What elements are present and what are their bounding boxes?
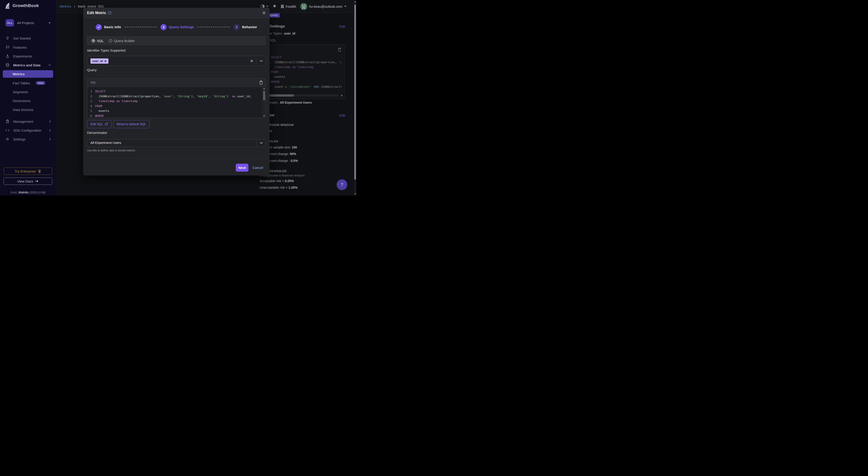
query-settings-edit-link[interactable]: Edit <box>339 25 345 28</box>
scrollbar-thumb[interactable] <box>263 91 265 100</box>
sidebar-item-dimensions[interactable]: Dimensions <box>0 97 56 105</box>
thresholds-heading-fragment: OLDS <box>270 140 278 143</box>
build-date: (2023-12-08) <box>30 191 45 194</box>
close-icon[interactable] <box>262 11 266 15</box>
step-2-label[interactable]: Query Settings <box>169 25 194 29</box>
scroll-down-arrow-icon[interactable] <box>354 193 356 195</box>
unacceptable-risk-row: Unacceptable risk > 1.25% <box>259 186 298 189</box>
edit-sql-button[interactable]: Edit SQL <box>87 120 112 128</box>
sidebar-item-label: Settings <box>13 137 26 141</box>
build-info: Build: 30b849c (2023-12-08) <box>0 191 56 194</box>
scroll-up-arrow-icon[interactable] <box>354 1 356 2</box>
editor-scrollbar[interactable] <box>262 87 266 118</box>
denominator-value: All Experiment Users <box>280 101 312 105</box>
account-menu[interactable]: hu-beau@outlook.com <box>300 3 346 10</box>
app-root: GrowthBook ALL All Projects Get Started … <box>0 0 356 196</box>
sidebar-item-management[interactable]: Management <box>0 117 56 125</box>
step-1-circle[interactable] <box>96 24 102 30</box>
breadcrumb-metrics-link[interactable]: Metrics <box>60 4 71 8</box>
sidebar-item-get-started[interactable]: Get Started <box>0 34 56 42</box>
scrollbar-thumb[interactable] <box>354 4 356 180</box>
row-label: m sample size: <box>270 146 291 149</box>
clear-icon[interactable] <box>250 60 253 62</box>
modal-title-row: Edit Metric <box>87 11 112 15</box>
growthbook-logo[interactable]: GrowthBook <box>4 2 39 9</box>
stepper-dash <box>125 27 157 27</box>
database-icon <box>5 63 9 67</box>
sidebar-item-fact-tables[interactable]: Fact Tables beta <box>0 79 56 87</box>
view-docs-button[interactable]: View Docs <box>4 178 52 185</box>
sidebar-item-experiments[interactable]: Experiments <box>0 52 56 60</box>
query-type-radio-group: SQL Query Builder <box>87 36 266 45</box>
sidebar-item-sdk-configuration[interactable]: SDK Configuration <box>0 126 56 135</box>
copy-icon[interactable] <box>259 81 263 85</box>
sidebar-item-features[interactable]: Features <box>0 43 56 51</box>
step-1-label[interactable]: Basic Info <box>104 25 121 29</box>
step-3-circle[interactable]: 3 <box>234 24 240 30</box>
query-sql-label-fragment: SQL: <box>270 38 277 42</box>
step-3-label[interactable]: Behavior <box>242 25 257 29</box>
top-nav-right: FeatBit hu-beau@outlook.com <box>260 0 346 13</box>
background-sql-code: SELECT JSONExtract(JSONExtract(propertie… <box>260 55 341 89</box>
row-value: 1.25% <box>288 186 298 189</box>
remove-tag-icon[interactable] <box>104 60 106 62</box>
radio-query-builder[interactable]: Query Builder <box>109 39 135 43</box>
account-email: hu-beau@outlook.com <box>309 5 342 8</box>
info-icon[interactable] <box>108 11 112 14</box>
scroll-right-arrow-icon[interactable] <box>341 94 343 97</box>
org-name: FeatBit <box>286 5 296 8</box>
chevron-right-icon <box>49 120 51 123</box>
notifications-bell[interactable] <box>273 4 277 9</box>
chevron-down-icon[interactable] <box>260 60 263 62</box>
query-settings-heading-fragment: Settings <box>270 24 285 29</box>
sidebar-item-metrics-and-data[interactable]: Metrics and Data <box>0 61 56 69</box>
code-icon <box>5 128 9 132</box>
sql-editor-title: SQL <box>90 81 96 84</box>
project-switcher[interactable]: ALL All Projects <box>5 19 51 27</box>
cancel-button[interactable]: Cancel <box>252 166 263 170</box>
sidebar-item-label: Management <box>13 120 33 123</box>
flask-icon <box>5 54 9 58</box>
denominator-row-fragment: inator:All Experiment Users <box>270 101 312 105</box>
scroll-down-arrow-icon[interactable] <box>263 115 265 117</box>
org-switcher[interactable]: FeatBit <box>281 4 296 8</box>
sidebar-item-metrics-active[interactable]: Metrics <box>3 70 53 78</box>
medal-icon <box>38 169 41 173</box>
avatar <box>300 3 307 10</box>
next-button[interactable]: Next <box>236 164 248 172</box>
sidebar-item-data-sources[interactable]: Data Sources <box>0 106 56 114</box>
page-scrollbar[interactable] <box>354 0 356 196</box>
reset-sql-label: Reset to default SQL <box>117 122 146 126</box>
sql-actions-row: Edit SQL Reset to default SQL <box>87 120 150 128</box>
select-divider <box>256 58 256 64</box>
copy-icon[interactable] <box>338 48 341 52</box>
sql-code-area[interactable]: 1SELECT2 JSONExtract(JSONExtract(propert… <box>87 87 262 118</box>
sidebar-item-settings[interactable]: Settings <box>0 135 56 143</box>
stepper-dash <box>197 27 230 27</box>
lightbulb-icon <box>5 36 9 40</box>
sidebar-item-label: Segments <box>13 90 28 94</box>
sql-editor: SQL 1SELECT2 JSONExtract(JSONExtract(pro… <box>87 79 266 118</box>
chevron-down-icon[interactable] <box>260 142 263 144</box>
scroll-up-arrow-icon[interactable] <box>263 88 265 89</box>
reset-sql-button[interactable]: Reset to default SQL <box>113 120 150 128</box>
try-enterprise-button[interactable]: Try Enterprise <box>4 168 52 175</box>
building-icon <box>281 4 284 8</box>
sidebar-item-segments[interactable]: Segments <box>0 88 56 96</box>
horizontal-scrollbar[interactable] <box>261 94 339 97</box>
step-2-circle[interactable]: 2 <box>160 24 166 30</box>
behavior-edit-link[interactable]: Edit <box>339 113 345 117</box>
denominator-select[interactable]: All Experiment Users <box>87 139 266 147</box>
row-value: 50% <box>290 152 296 156</box>
behavior-heading-fragment: ior <box>270 113 275 118</box>
radio-sql[interactable]: SQL <box>92 39 104 43</box>
identifier-types-select[interactable]: user_id <box>87 56 266 66</box>
sidebar-item-label: Dimensions <box>13 99 30 103</box>
sidebar-item-label: Experiments <box>13 54 32 58</box>
row-value: 150 <box>291 146 297 149</box>
help-button[interactable]: ? <box>337 179 347 190</box>
check-icon <box>97 26 100 28</box>
conversion-window-heading-fragment: RSION WINDOW <box>270 123 294 127</box>
min-sample-size-row-fragment: m sample size: 150 <box>270 146 297 149</box>
stepper: Basic Info 2 Query Settings 3 Behavior <box>83 23 270 32</box>
